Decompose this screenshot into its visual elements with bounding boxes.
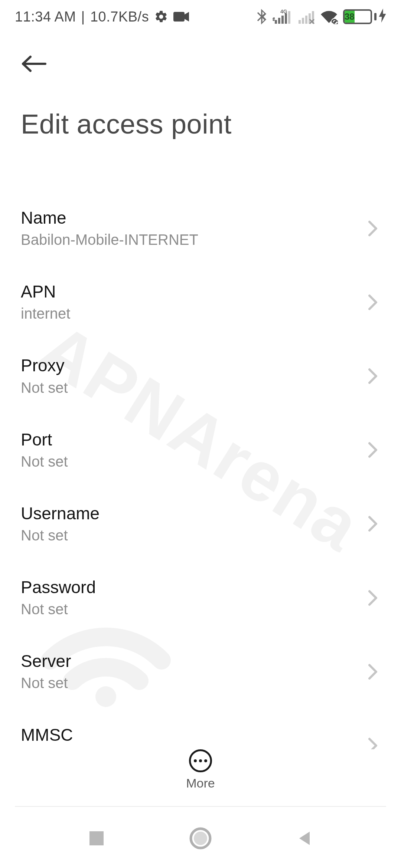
more-icon: [189, 749, 212, 772]
bluetooth-icon: [256, 9, 267, 24]
status-separator: |: [81, 9, 85, 25]
setting-row-apn[interactable]: APNinternet: [0, 265, 401, 339]
setting-value: Not set: [21, 600, 356, 618]
chevron-right-icon: [365, 293, 380, 311]
setting-value: Not set: [21, 526, 356, 545]
status-net-speed: 10.7KB/s: [90, 9, 149, 25]
setting-label: MMSC: [21, 725, 356, 745]
setting-row-password[interactable]: PasswordNot set: [0, 561, 401, 635]
battery-indicator: 38: [343, 9, 386, 25]
chevron-right-icon: [365, 515, 380, 533]
system-navbar: [0, 809, 401, 868]
svg-rect-6: [285, 13, 287, 24]
setting-label: Password: [21, 577, 356, 598]
back-arrow-icon: [21, 55, 48, 73]
back-button[interactable]: [21, 49, 50, 79]
setting-label: Proxy: [21, 355, 356, 376]
battery-percent: 38: [345, 11, 355, 23]
svg-rect-3: [275, 20, 277, 24]
nav-recent-button[interactable]: [78, 820, 115, 857]
page-title: Edit access point: [21, 108, 380, 140]
settings-list: NameBabilon-Mobile-INTERNETAPNinternetPr…: [0, 191, 401, 760]
setting-label: Name: [21, 208, 356, 228]
setting-value: Not set: [21, 378, 356, 397]
svg-rect-7: [288, 11, 290, 24]
signal-4g-icon: 4G: [273, 9, 291, 24]
chevron-right-icon: [365, 589, 380, 607]
setting-label: APN: [21, 282, 356, 302]
setting-value: Not set: [21, 452, 356, 471]
chevron-right-icon: [365, 220, 380, 237]
wifi-icon: [320, 9, 338, 24]
svg-rect-4: [278, 18, 280, 24]
more-label: More: [186, 776, 215, 790]
svg-rect-10: [305, 16, 307, 24]
camera-icon: [173, 11, 189, 22]
status-time: 11:34 AM: [15, 9, 76, 25]
nav-home-button[interactable]: [182, 820, 219, 857]
setting-value: internet: [21, 304, 356, 323]
charging-bolt-icon: [379, 9, 386, 25]
more-button[interactable]: More: [0, 749, 401, 805]
svg-rect-1: [173, 12, 185, 22]
chevron-right-icon: [365, 441, 380, 459]
svg-rect-5: [281, 16, 284, 24]
nav-back-button[interactable]: [286, 820, 323, 857]
svg-rect-19: [89, 831, 104, 845]
setting-label: Username: [21, 503, 356, 524]
setting-value: Babilon-Mobile-INTERNET: [21, 230, 356, 249]
setting-value: Not set: [21, 674, 356, 692]
svg-rect-8: [299, 20, 301, 24]
square-icon: [88, 830, 105, 847]
setting-row-port[interactable]: PortNot set: [0, 413, 401, 487]
chevron-right-icon: [365, 367, 380, 385]
setting-label: Server: [21, 651, 356, 671]
setting-row-username[interactable]: UsernameNot set: [0, 487, 401, 561]
svg-point-21: [194, 832, 207, 845]
svg-rect-9: [302, 18, 304, 24]
gear-icon: [154, 10, 168, 24]
signal-nosim-icon: [296, 9, 315, 24]
circle-icon: [189, 827, 212, 849]
chevron-right-icon: [365, 663, 380, 681]
setting-row-name[interactable]: NameBabilon-Mobile-INTERNET: [0, 191, 401, 265]
bottom-divider: [15, 806, 386, 807]
status-bar: 11:34 AM | 10.7KB/s 4G: [0, 0, 401, 33]
triangle-back-icon: [296, 829, 313, 847]
setting-row-server[interactable]: ServerNot set: [0, 635, 401, 708]
setting-row-proxy[interactable]: ProxyNot set: [0, 339, 401, 413]
page-header: Edit access point: [0, 34, 401, 151]
setting-label: Port: [21, 430, 356, 450]
